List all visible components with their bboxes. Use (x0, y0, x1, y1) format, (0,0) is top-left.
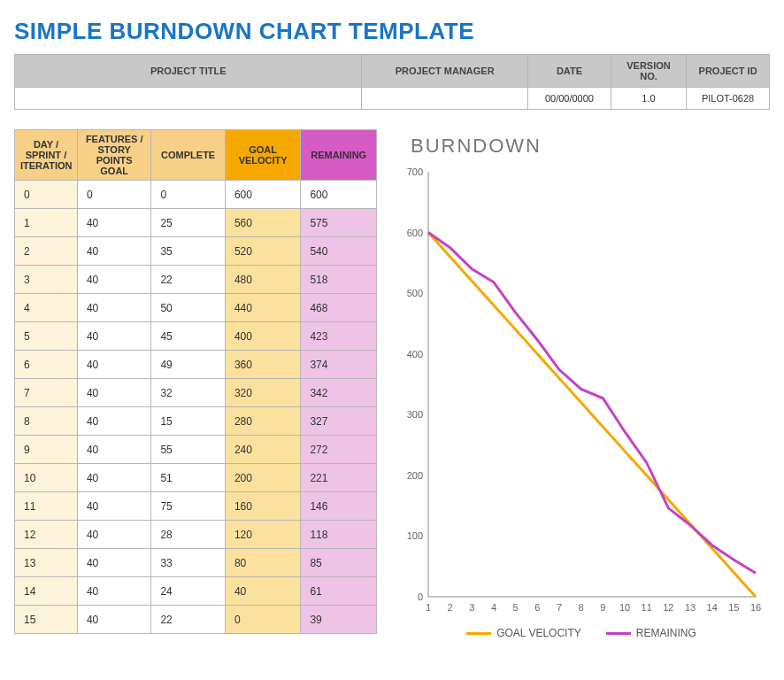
cell-goal_velocity[interactable]: 560 (225, 209, 301, 237)
cell-day[interactable]: 6 (15, 351, 78, 379)
cell-goal_velocity[interactable]: 320 (225, 379, 301, 407)
x-tick-label: 13 (685, 602, 696, 613)
x-tick-label: 3 (469, 602, 474, 613)
cell-complete[interactable]: 51 (151, 464, 225, 492)
cell-day[interactable]: 13 (15, 549, 78, 577)
meta-header-project-manager: PROJECT MANAGER (362, 55, 528, 88)
cell-remaining[interactable]: 423 (301, 322, 377, 351)
cell-complete[interactable]: 25 (151, 209, 225, 237)
cell-features[interactable]: 40 (77, 464, 150, 492)
cell-complete[interactable]: 55 (151, 436, 225, 464)
cell-remaining[interactable]: 146 (301, 492, 377, 521)
cell-complete[interactable]: 15 (151, 407, 225, 436)
meta-project-title-input[interactable] (15, 88, 362, 110)
cell-remaining[interactable]: 342 (301, 379, 377, 407)
cell-features[interactable]: 40 (77, 521, 150, 549)
cell-features[interactable]: 40 (77, 237, 150, 266)
cell-complete[interactable]: 50 (151, 294, 225, 322)
cell-complete[interactable]: 75 (151, 492, 225, 521)
cell-goal_velocity[interactable]: 160 (225, 492, 301, 521)
cell-features[interactable]: 40 (77, 577, 150, 606)
cell-day[interactable]: 2 (15, 237, 78, 266)
cell-day[interactable]: 7 (15, 379, 78, 407)
cell-goal_velocity[interactable]: 280 (225, 407, 301, 436)
cell-features[interactable]: 40 (77, 492, 150, 521)
cell-goal_velocity[interactable]: 120 (225, 521, 301, 549)
cell-remaining[interactable]: 374 (301, 351, 377, 379)
cell-goal_velocity[interactable]: 0 (225, 606, 301, 634)
cell-features[interactable]: 40 (77, 294, 150, 322)
meta-project-manager-input[interactable] (362, 88, 528, 110)
cell-remaining[interactable]: 85 (301, 549, 377, 577)
cell-day[interactable]: 4 (15, 294, 78, 322)
burndown-chart: 0100200300400500600700123456789101112131… (393, 163, 765, 623)
cell-remaining[interactable]: 118 (301, 521, 377, 549)
cell-remaining[interactable]: 327 (301, 407, 377, 436)
y-tick-label: 0 (418, 591, 423, 602)
cell-day[interactable]: 1 (15, 209, 78, 237)
meta-date-input[interactable]: 00/00/0000 (528, 88, 611, 110)
cell-features[interactable]: 40 (77, 351, 150, 379)
cell-day[interactable]: 10 (15, 464, 78, 492)
cell-complete[interactable]: 0 (151, 181, 225, 209)
cell-remaining[interactable]: 468 (301, 294, 377, 322)
cell-remaining[interactable]: 575 (301, 209, 377, 237)
cell-complete[interactable]: 33 (151, 549, 225, 577)
cell-remaining[interactable]: 39 (301, 606, 377, 634)
table-row: 000600600 (15, 181, 377, 209)
cell-goal_velocity[interactable]: 360 (225, 351, 301, 379)
cell-day[interactable]: 0 (15, 181, 78, 209)
cell-features[interactable]: 40 (77, 606, 150, 634)
cell-remaining[interactable]: 518 (301, 266, 377, 294)
cell-goal_velocity[interactable]: 40 (225, 577, 301, 606)
cell-complete[interactable]: 49 (151, 351, 225, 379)
table-row: 104051200221 (15, 464, 377, 492)
cell-features[interactable]: 40 (77, 322, 150, 351)
cell-remaining[interactable]: 600 (301, 181, 377, 209)
cell-goal_velocity[interactable]: 480 (225, 266, 301, 294)
cell-day[interactable]: 15 (15, 606, 78, 634)
cell-day[interactable]: 3 (15, 266, 78, 294)
cell-day[interactable]: 5 (15, 322, 78, 351)
cell-remaining[interactable]: 221 (301, 464, 377, 492)
cell-complete[interactable]: 35 (151, 237, 225, 266)
y-tick-label: 400 (407, 349, 423, 359)
cell-complete[interactable]: 22 (151, 266, 225, 294)
cell-complete[interactable]: 28 (151, 521, 225, 549)
cell-complete[interactable]: 22 (151, 606, 225, 634)
cell-goal_velocity[interactable]: 440 (225, 294, 301, 322)
cell-features[interactable]: 40 (77, 209, 150, 237)
cell-complete[interactable]: 24 (151, 577, 225, 606)
cell-goal_velocity[interactable]: 240 (225, 436, 301, 464)
table-row: 74032320342 (15, 379, 377, 407)
cell-features[interactable]: 40 (77, 549, 150, 577)
cell-remaining[interactable]: 540 (301, 237, 377, 266)
cell-goal_velocity[interactable]: 400 (225, 322, 301, 351)
table-row: 14025560575 (15, 209, 377, 237)
x-tick-label: 15 (728, 602, 739, 613)
cell-features[interactable]: 0 (77, 181, 150, 209)
cell-day[interactable]: 14 (15, 577, 78, 606)
cell-day[interactable]: 9 (15, 436, 78, 464)
cell-goal_velocity[interactable]: 520 (225, 237, 301, 266)
cell-features[interactable]: 40 (77, 266, 150, 294)
cell-day[interactable]: 8 (15, 407, 78, 436)
meta-version-input[interactable]: 1.0 (611, 88, 686, 110)
cell-features[interactable]: 40 (77, 407, 150, 436)
x-tick-label: 14 (707, 602, 718, 613)
cell-goal_velocity[interactable]: 80 (225, 549, 301, 577)
cell-remaining[interactable]: 61 (301, 577, 377, 606)
th-features: FEATURES / STORY POINTS GOAL (77, 130, 150, 181)
cell-goal_velocity[interactable]: 200 (225, 464, 301, 492)
cell-features[interactable]: 40 (77, 379, 150, 407)
cell-goal_velocity[interactable]: 600 (225, 181, 301, 209)
meta-project-id-input[interactable]: PILOT-0628 (687, 88, 770, 110)
cell-complete[interactable]: 32 (151, 379, 225, 407)
meta-header-project-id: PROJECT ID (687, 55, 770, 88)
table-row: 154022039 (15, 606, 377, 634)
cell-complete[interactable]: 45 (151, 322, 225, 351)
cell-day[interactable]: 12 (15, 521, 78, 549)
cell-features[interactable]: 40 (77, 436, 150, 464)
cell-day[interactable]: 11 (15, 492, 78, 521)
cell-remaining[interactable]: 272 (301, 436, 377, 464)
